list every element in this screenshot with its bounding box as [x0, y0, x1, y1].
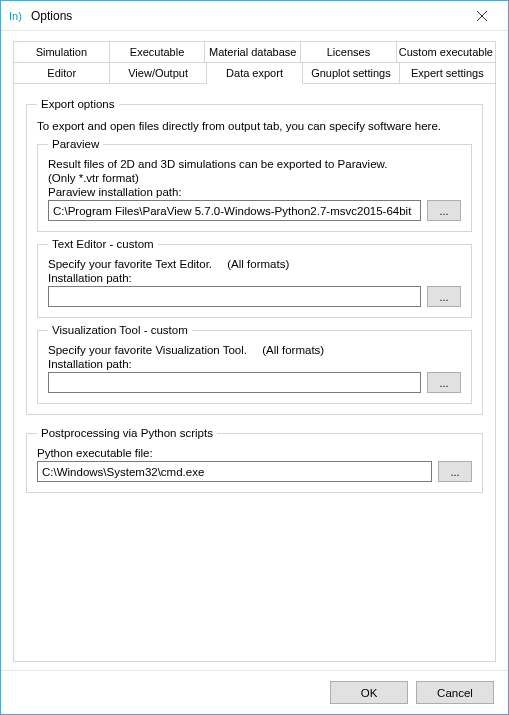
titlebar: In) Options — [1, 1, 508, 31]
text-editor-path-input[interactable] — [48, 286, 421, 307]
python-path-input[interactable] — [37, 461, 432, 482]
tab-executable[interactable]: Executable — [110, 42, 206, 63]
vis-tool-legend: Visualization Tool - custom — [48, 324, 192, 336]
tab-strip: Simulation Executable Material database … — [13, 41, 496, 84]
ok-button[interactable]: OK — [330, 681, 408, 704]
app-icon: In) — [9, 8, 25, 24]
tab-data-export[interactable]: Data export — [207, 63, 303, 84]
python-browse-button[interactable]: ... — [438, 461, 472, 482]
paraview-path-label: Paraview installation path: — [48, 186, 461, 198]
options-window: In) Options Simulation Executable Materi… — [0, 0, 509, 715]
svg-text:In): In) — [9, 10, 22, 22]
tab-gnuplot-settings[interactable]: Gnuplot settings — [303, 63, 399, 84]
tab-panel-data-export: Export options To export and open files … — [13, 84, 496, 662]
text-editor-browse-button[interactable]: ... — [427, 286, 461, 307]
dialog-footer: OK Cancel — [1, 670, 508, 714]
text-editor-formats: (All formats) — [227, 258, 289, 270]
vis-tool-path-input[interactable] — [48, 372, 421, 393]
paraview-line1: Result files of 2D and 3D simulations ca… — [48, 158, 461, 170]
text-editor-line1: Specify your favorite Text Editor. (All … — [48, 258, 461, 270]
close-icon — [477, 11, 487, 21]
tab-licenses[interactable]: Licenses — [301, 42, 397, 63]
vis-tool-formats: (All formats) — [262, 344, 324, 356]
tab-view-output[interactable]: View/Output — [110, 63, 206, 84]
paraview-path-input[interactable] — [48, 200, 421, 221]
vis-tool-path-label: Installation path: — [48, 358, 461, 370]
export-options-legend: Export options — [37, 98, 119, 110]
tab-editor[interactable]: Editor — [14, 63, 110, 84]
text-editor-group: Text Editor - custom Specify your favori… — [37, 238, 472, 318]
tab-expert-settings[interactable]: Expert settings — [400, 63, 496, 84]
paraview-legend: Paraview — [48, 138, 103, 150]
paraview-line2: (Only *.vtr format) — [48, 172, 461, 184]
export-options-intro: To export and open files directly from o… — [37, 120, 472, 132]
text-editor-legend: Text Editor - custom — [48, 238, 158, 250]
postprocessing-legend: Postprocessing via Python scripts — [37, 427, 217, 439]
paraview-browse-button[interactable]: ... — [427, 200, 461, 221]
export-options-group: Export options To export and open files … — [26, 98, 483, 415]
paraview-group: Paraview Result files of 2D and 3D simul… — [37, 138, 472, 232]
text-editor-path-label: Installation path: — [48, 272, 461, 284]
tab-simulation[interactable]: Simulation — [14, 42, 110, 63]
tab-custom-executable[interactable]: Custom executable — [397, 42, 496, 63]
vis-tool-desc: Specify your favorite Visualization Tool… — [48, 344, 247, 356]
text-editor-desc: Specify your favorite Text Editor. — [48, 258, 212, 270]
python-path-label: Python executable file: — [37, 447, 472, 459]
vis-tool-group: Visualization Tool - custom Specify your… — [37, 324, 472, 404]
vis-tool-browse-button[interactable]: ... — [427, 372, 461, 393]
content-area: Simulation Executable Material database … — [1, 31, 508, 670]
tab-material-database[interactable]: Material database — [205, 42, 301, 63]
vis-tool-line1: Specify your favorite Visualization Tool… — [48, 344, 461, 356]
window-title: Options — [31, 9, 462, 23]
postprocessing-group: Postprocessing via Python scripts Python… — [26, 427, 483, 493]
cancel-button[interactable]: Cancel — [416, 681, 494, 704]
close-button[interactable] — [462, 4, 502, 28]
